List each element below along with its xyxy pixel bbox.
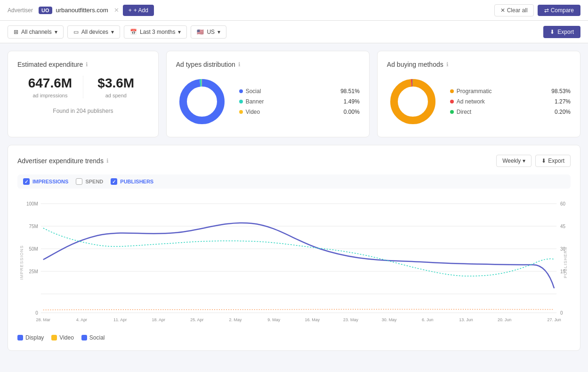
impressions-line — [43, 223, 554, 288]
spend-col: $3.6M ad spend — [83, 76, 149, 98]
chevron-down-icon: ▾ — [55, 29, 57, 35]
advertiser-name: urbanoutfitters.com — [56, 7, 108, 14]
toggle-spend[interactable]: SPEND — [76, 178, 103, 185]
device-icon: ▭ — [73, 29, 79, 35]
devices-filter[interactable]: ▭ All devices ▾ — [67, 25, 120, 39]
compare-button[interactable]: ⇄ Compare — [538, 5, 580, 16]
svg-text:18. Apr: 18. Apr — [152, 317, 165, 322]
ad-buying-legend: Programmatic 98.53% Ad network 1.27% Dir… — [450, 88, 571, 115]
plus-icon: + — [129, 7, 132, 14]
chart-area: 100M 75M 50M 25M 0 60 45 30 15 0 IMPRESS… — [17, 194, 571, 331]
ad-types-legend: Social 98.51% Banner 1.49% Video 0.00% — [239, 88, 360, 115]
legend-item-video: Video 0.00% — [239, 109, 360, 115]
svg-text:100M: 100M — [26, 201, 38, 206]
calendar-icon: 📅 — [130, 29, 137, 35]
info-icon-adtypes: ℹ — [238, 61, 241, 68]
grid-icon: ⊞ — [14, 29, 18, 35]
legend-dot-social-bottom — [81, 335, 87, 340]
legend-dot-video — [239, 110, 243, 114]
svg-text:28. Mar: 28. Mar — [36, 317, 50, 322]
country-filter[interactable]: 🇺🇸 US ▾ — [191, 25, 226, 39]
publishers-toggle-label: PUBLISHERS — [120, 179, 153, 184]
daterange-filter[interactable]: 📅 Last 3 months ▾ — [124, 25, 187, 39]
svg-text:PUBLISHERS: PUBLISHERS — [563, 247, 568, 278]
trends-section: Advertiser expenditure trends ℹ Weekly ▾… — [8, 145, 580, 351]
expenditure-footer: Found in 204 publishers — [17, 108, 149, 114]
spend-line — [43, 309, 554, 310]
svg-point-1 — [183, 83, 221, 120]
top-bar: Advertiser UO urbanoutfitters.com ✕ + + … — [0, 0, 588, 21]
legend-video: Video — [51, 334, 73, 341]
svg-text:9. May: 9. May — [267, 317, 280, 322]
export-chart-button[interactable]: ⬇ Export — [535, 155, 571, 167]
svg-text:45: 45 — [560, 224, 566, 229]
chevron-down-icon: ▾ — [523, 158, 525, 164]
svg-text:30. May: 30. May — [382, 317, 397, 322]
channels-filter[interactable]: ⊞ All channels ▾ — [8, 25, 64, 39]
trends-chart: 100M 75M 50M 25M 0 60 45 30 15 0 IMPRESS… — [17, 194, 571, 331]
info-icon: ℹ — [86, 61, 88, 68]
svg-text:13. Jun: 13. Jun — [459, 317, 473, 322]
clear-all-button[interactable]: ✕ Clear all — [494, 4, 534, 16]
export-button-top[interactable]: ⬇ Export — [543, 26, 580, 38]
legend-dot-social — [239, 89, 243, 93]
legend-dot-programmatic — [450, 89, 454, 93]
ad-buying-card: Ad buying methods ℹ Programmatic — [377, 51, 580, 137]
impressions-label: ad impressions — [17, 93, 83, 98]
download-icon: ⬇ — [550, 29, 555, 35]
svg-text:27. Jun: 27. Jun — [547, 317, 561, 322]
info-icon-adbuying: ℹ — [446, 61, 449, 68]
chart-toggles: ✓ IMPRESSIONS SPEND ✓ PUBLISHERS — [17, 174, 571, 189]
legend-dot-display — [17, 335, 23, 340]
expenditure-values: 647.6M ad impressions $3.6M ad spend — [17, 76, 149, 98]
bottom-legend: Display Video Social — [17, 331, 571, 341]
filter-bar: ⊞ All channels ▾ ▭ All devices ▾ 📅 Last … — [0, 21, 588, 43]
info-icon-trends: ℹ — [106, 158, 109, 164]
legend-dot-adnetwork — [450, 100, 454, 103]
legend-dot-direct — [450, 110, 454, 114]
trends-header: Advertiser expenditure trends ℹ Weekly ▾… — [17, 155, 571, 167]
trends-title: Advertiser expenditure trends ℹ — [17, 157, 109, 165]
ad-buying-section: Programmatic 98.53% Ad network 1.27% Dir… — [387, 76, 571, 127]
impressions-value: 647.6M — [17, 76, 83, 91]
svg-text:25M: 25M — [29, 269, 38, 274]
impressions-checkbox[interactable]: ✓ — [23, 178, 30, 185]
download-icon-chart: ⬇ — [541, 158, 546, 164]
legend-display: Display — [17, 334, 44, 341]
advertiser-badge: UO — [39, 7, 52, 14]
spend-checkbox[interactable] — [76, 178, 82, 185]
ad-buying-donut — [387, 76, 439, 127]
ad-types-card: Ad types distribution ℹ Soc — [166, 51, 370, 137]
svg-text:11. Apr: 11. Apr — [113, 317, 127, 322]
publishers-checkbox[interactable]: ✓ — [111, 178, 117, 185]
chevron-down-icon: ▾ — [111, 29, 114, 35]
toggle-impressions[interactable]: ✓ IMPRESSIONS — [23, 178, 68, 185]
ad-types-donut — [176, 76, 228, 127]
svg-text:75M: 75M — [29, 224, 38, 229]
svg-text:60: 60 — [560, 201, 566, 206]
svg-text:23. May: 23. May — [343, 317, 358, 322]
legend-dot-video-bottom — [51, 335, 57, 340]
impressions-toggle-label: IMPRESSIONS — [32, 179, 68, 184]
top-bar-right: ✕ Clear all ⇄ Compare — [494, 4, 580, 16]
flag-icon: 🇺🇸 — [197, 29, 204, 35]
weekly-button[interactable]: Weekly ▾ — [496, 155, 532, 167]
ad-types-section: Social 98.51% Banner 1.49% Video 0.00% — [176, 76, 360, 127]
spend-label: ad spend — [83, 93, 149, 98]
svg-text:20. Jun: 20. Jun — [498, 317, 511, 322]
expenditure-card: Estimated expenditure ℹ 647.6M ad impres… — [8, 51, 159, 137]
svg-text:0: 0 — [560, 310, 563, 316]
svg-text:25. Apr: 25. Apr — [190, 317, 203, 322]
svg-text:4. Apr: 4. Apr — [76, 317, 87, 322]
legend-social: Social — [81, 334, 105, 341]
add-button[interactable]: + + Add — [123, 5, 154, 16]
spend-value: $3.6M — [83, 76, 149, 91]
svg-point-5 — [394, 83, 432, 120]
publishers-line — [43, 228, 554, 276]
legend-item-adnetwork: Ad network 1.27% — [450, 98, 571, 105]
trends-controls: Weekly ▾ ⬇ Export — [496, 155, 571, 167]
close-icon[interactable]: ✕ — [114, 7, 119, 14]
toggle-publishers[interactable]: ✓ PUBLISHERS — [111, 178, 153, 185]
ad-types-title: Ad types distribution ℹ — [176, 61, 360, 68]
chevron-down-icon: ▾ — [178, 29, 181, 35]
